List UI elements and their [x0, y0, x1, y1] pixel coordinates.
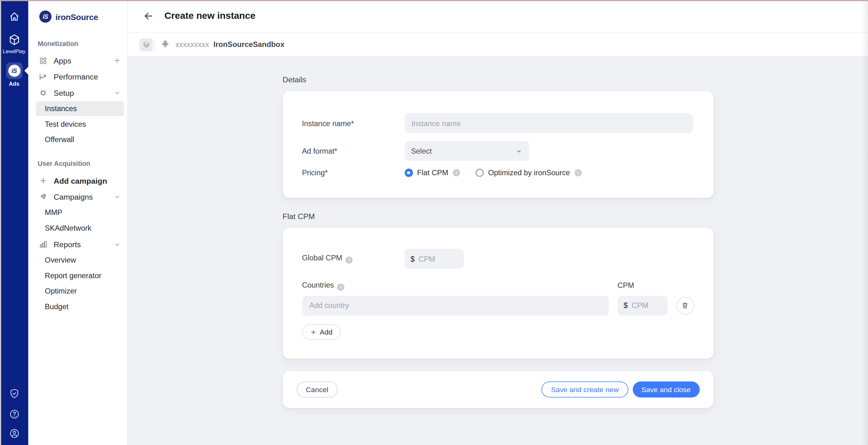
instance-name-label: Instance name* — [302, 119, 405, 127]
add-country-input[interactable] — [302, 296, 609, 315]
page-title: Create new instance — [164, 11, 255, 22]
account-button[interactable] — [8, 428, 20, 439]
sidebar-item-campaigns[interactable]: Campaigns — [36, 189, 124, 204]
sidebar-item-add-campaign[interactable]: Add campaign — [36, 172, 124, 189]
chevron-down-icon — [515, 147, 522, 155]
sidebar-item-mmp[interactable]: MMP — [36, 205, 124, 220]
help-button[interactable] — [8, 409, 20, 420]
plus-icon — [39, 176, 48, 185]
pricing-radio-group: Flat CPM i Optimized by ironSource i — [404, 169, 581, 177]
sidebar-item-skadnetwork[interactable]: SKAdNetwork — [36, 220, 124, 236]
plus-icon — [310, 329, 316, 335]
info-icon[interactable]: i — [453, 169, 460, 176]
ironsource-badge-icon: iS — [6, 63, 23, 79]
info-icon[interactable]: i — [337, 283, 344, 290]
plus-icon[interactable] — [113, 56, 121, 65]
country-cpm-input[interactable] — [632, 301, 661, 309]
home-button[interactable] — [0, 11, 28, 22]
country-cpm-input-wrap: $ — [618, 296, 668, 315]
performance-chart-icon — [39, 72, 48, 81]
action-bar: Cancel Save and create new Save and clos… — [283, 371, 713, 407]
rail-item-ads[interactable]: iS Ads — [0, 63, 28, 87]
product-rail: LevelPlay iS Ads — [0, 0, 28, 445]
instance-name-row: Instance name* — [302, 113, 694, 133]
app-context-text: xxxxxxxxx IronSourceSandbox — [176, 40, 284, 48]
info-icon[interactable]: i — [346, 256, 353, 264]
sidebar-item-optimizer[interactable]: Optimizer — [36, 283, 124, 299]
sidebar-item-offerwall[interactable]: Offerwall — [36, 132, 124, 147]
countries-label: Countriesi — [302, 281, 618, 290]
sidebar-item-overview[interactable]: Overview — [36, 252, 124, 268]
flat-cpm-section-label: Flat CPM — [283, 212, 713, 220]
chevron-down-icon — [114, 240, 121, 248]
active-product-pointer — [25, 67, 28, 75]
sidebar-item-label: Performance — [54, 72, 98, 81]
pricing-label: Pricing* — [302, 169, 405, 177]
sidebar-item-reports[interactable]: Reports — [36, 236, 124, 252]
sidebar-item-apps[interactable]: Apps — [36, 53, 124, 69]
delete-country-row-button[interactable] — [676, 297, 694, 314]
android-icon — [160, 39, 171, 50]
cancel-button[interactable]: Cancel — [297, 381, 338, 397]
back-arrow-icon[interactable] — [143, 11, 154, 22]
window-top-edge — [0, 0, 868, 1]
pricing-option-flat-cpm[interactable]: Flat CPM i — [404, 169, 460, 177]
global-cpm-label: Global CPMi — [302, 254, 405, 264]
radio-selected[interactable] — [404, 169, 412, 177]
details-card: Instance name* Ad format* Select — [283, 91, 713, 198]
section-title-user-acquisition: User Acquisition — [38, 160, 124, 168]
sidebar-item-label: Reports — [54, 240, 81, 248]
ironsource-logo-text: ironSource — [56, 12, 98, 21]
app-id-masked: xxxxxxxxx — [176, 40, 209, 48]
sidebar-item-label: Setup — [54, 88, 74, 97]
divider — [154, 38, 155, 51]
instance-name-input[interactable] — [404, 113, 692, 133]
help-icon — [8, 409, 20, 420]
page-header: Create new instance — [128, 0, 868, 33]
save-and-create-new-button[interactable]: Save and create new — [542, 381, 628, 397]
app-root: LevelPlay iS Ads — [0, 0, 868, 445]
sidebar-nav: Monetization Apps — [28, 40, 127, 314]
save-and-close-button[interactable]: Save and close — [632, 381, 700, 397]
sidebar: iS ironSource Monetization Apps — [28, 0, 128, 445]
sidebar-item-label: Campaigns — [54, 192, 93, 201]
global-cpm-input-wrap: $ — [404, 249, 463, 269]
pricing-option-optimized[interactable]: Optimized by ironSource i — [475, 169, 582, 177]
sidebar-item-setup[interactable]: Setup — [36, 84, 124, 100]
global-cpm-input[interactable] — [418, 255, 458, 263]
gear-icon — [39, 88, 48, 97]
rocket-icon — [39, 192, 48, 201]
sidebar-item-report-generator[interactable]: Report generator — [36, 268, 124, 283]
ironsource-logo-badge: iS — [39, 11, 52, 23]
page-content: Details Instance name* Ad format* Se — [128, 58, 868, 445]
rail-item-label: LevelPlay — [3, 48, 26, 54]
privacy-button[interactable] — [8, 388, 20, 399]
sidebar-item-performance[interactable]: Performance — [36, 69, 124, 84]
home-icon — [8, 11, 20, 22]
sidebar-item-instances[interactable]: Instances — [36, 101, 124, 116]
sidebar-item-label: Apps — [54, 56, 71, 65]
sidebar-item-test-devices[interactable]: Test devices — [36, 117, 124, 132]
ad-format-row: Ad format* Select — [302, 141, 694, 161]
radio-unselected[interactable] — [475, 169, 484, 177]
chevron-down-icon — [114, 89, 121, 97]
ironsource-logo: iS ironSource — [28, 0, 127, 23]
bar-chart-icon — [39, 240, 48, 248]
country-row: $ — [302, 296, 694, 315]
ad-format-label: Ad format* — [302, 147, 405, 155]
currency-symbol: $ — [624, 301, 628, 309]
window-left-edge — [0, 0, 1, 445]
info-icon[interactable]: i — [575, 169, 582, 176]
apps-grid-icon — [39, 56, 48, 65]
cube-app-icon — [140, 38, 153, 51]
details-section-label: Details — [283, 75, 713, 84]
sidebar-item-budget[interactable]: Budget — [36, 299, 124, 314]
add-country-button[interactable]: Add — [302, 324, 340, 340]
chevron-down-icon — [114, 193, 121, 201]
pricing-row: Pricing* Flat CPM i Optimized by ironSou… — [302, 169, 694, 177]
ad-format-select[interactable]: Select — [404, 141, 529, 161]
flat-cpm-card: Global CPMi $ Countriesi CPM — [283, 228, 713, 358]
rail-item-levelplay[interactable]: LevelPlay — [0, 33, 28, 54]
trash-icon — [681, 301, 689, 309]
app-context-bar: xxxxxxxxx IronSourceSandbox — [128, 33, 868, 57]
